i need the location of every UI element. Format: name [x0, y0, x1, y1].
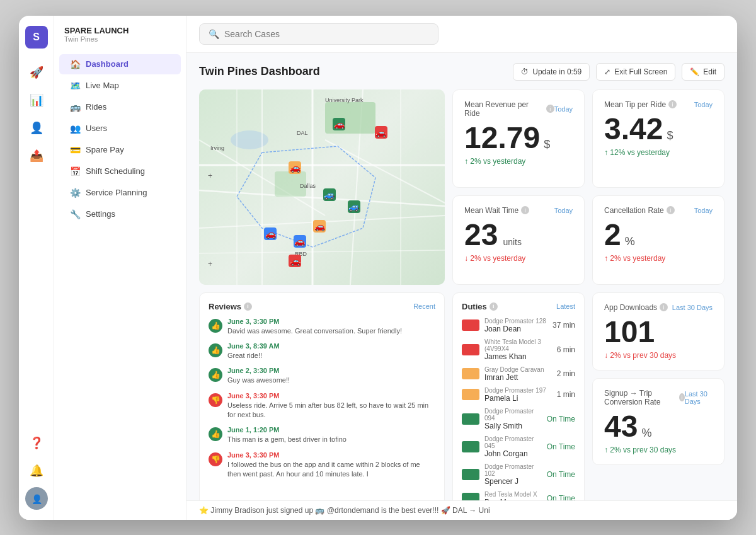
- duty-driver: Sally Smith: [484, 422, 542, 430]
- review-content: June 2, 3:30 PM Guy was awesome!!: [227, 367, 290, 385]
- edit-icon: ✏️: [690, 67, 699, 76]
- nav-bell-icon[interactable]: 🔔: [25, 459, 48, 482]
- nav-send-icon[interactable]: 📤: [25, 144, 48, 167]
- metric-downloads-card: App Downloads i Last 30 Days 101 ↓ 2% vs…: [592, 292, 724, 371]
- review-date: June 2, 3:30 PM: [227, 367, 290, 374]
- metric-cancel-change: ↑ 2% vs yesterday: [604, 254, 713, 263]
- main-sidebar: SPARE LAUNCH Twin Pines 🏠Dashboard🗺️Live…: [54, 16, 186, 520]
- map-zoom-in-icon[interactable]: +: [208, 171, 212, 180]
- duty-info: Dodge Promaster 045 John Corgan: [484, 435, 542, 458]
- nav-help-icon[interactable]: ❓: [25, 432, 48, 454]
- metric-conversion-card: Signup → Trip Conversion Rate i Last 30 …: [592, 378, 724, 465]
- sidebar-nav-label: Rides: [86, 102, 106, 112]
- duty-item: Red Tesla Model X Ben Morgan On Time: [462, 491, 575, 500]
- duty-color-indicator: [462, 319, 479, 331]
- sidebar-nav-icon: 🏠: [69, 59, 81, 69]
- duty-time: 2 min: [557, 369, 575, 378]
- duties-info-icon[interactable]: i: [490, 302, 498, 311]
- sidebar-nav-label: Spare Pay: [86, 145, 124, 154]
- duty-color-indicator: [462, 469, 479, 480]
- duty-time: 37 min: [553, 321, 575, 330]
- duty-info: White Tesla Model 3 (4V99X4 James Khan: [484, 338, 552, 361]
- metric-cancel-info-icon[interactable]: i: [667, 206, 675, 214]
- edit-button[interactable]: ✏️ Edit: [682, 63, 724, 81]
- duty-driver: Imran Jett: [484, 373, 552, 382]
- metric-tip-period: Today: [694, 101, 713, 108]
- user-avatar[interactable]: 👤: [25, 487, 48, 510]
- metric-downloads-info-icon[interactable]: i: [660, 303, 668, 311]
- review-date: June 3, 3:30 PM: [227, 318, 402, 325]
- metric-tip-value: 3.42: [604, 114, 663, 144]
- metric-revenue-period: Today: [554, 105, 573, 113]
- duty-vehicle: Dodge Promaster 094: [484, 408, 542, 422]
- metric-conversion-period: Last 30 Days: [685, 390, 713, 405]
- sidebar-item-service-planning[interactable]: ⚙️Service Planning: [59, 183, 181, 203]
- sidebar-nav-icon: 👥: [69, 124, 81, 134]
- top-bar: 🔍: [186, 16, 737, 53]
- duty-item: White Tesla Model 3 (4V99X4 James Khan 6…: [462, 338, 575, 361]
- search-box[interactable]: 🔍: [199, 23, 438, 45]
- org-name: SPARE LAUNCH: [64, 26, 176, 35]
- sidebar-item-live-map[interactable]: 🗺️Live Map: [59, 76, 181, 96]
- update-button[interactable]: ⏱ Update in 0:59: [513, 63, 590, 81]
- header-actions: ⏱ Update in 0:59 ⤢ Exit Full Screen ✏️ E…: [513, 63, 724, 81]
- sidebar-item-shift-scheduling[interactable]: 📅Shift Scheduling: [59, 161, 181, 181]
- map-label-irving: Irving: [210, 145, 224, 151]
- duties-sub: Latest: [556, 302, 575, 310]
- svg-text:👤: 👤: [31, 494, 42, 505]
- sidebar-item-rides[interactable]: 🚌Rides: [59, 97, 181, 117]
- duty-info: Gray Dodge Caravan Imran Jett: [484, 366, 552, 382]
- metric-tip-change: ↑ 12% vs yesterday: [604, 148, 713, 157]
- car-marker-6: 🚗: [313, 220, 326, 233]
- nav-person-icon[interactable]: 👤: [25, 117, 48, 139]
- review-thumb-down-icon: 👎: [209, 452, 222, 466]
- sidebar-item-dashboard[interactable]: 🏠Dashboard: [59, 54, 181, 74]
- search-input[interactable]: [224, 29, 429, 39]
- car-marker-7: 🚗: [264, 227, 277, 240]
- metric-revenue-change: ↑ 2% vs yesterday: [464, 157, 573, 166]
- review-item: 👎 June 3, 3:30 PM Useless ride. Arrive 5…: [209, 392, 435, 420]
- ticker-bar: ⭐ Jimmy Bradison just signed up 🚌 @drton…: [186, 500, 737, 520]
- nav-chart-icon[interactable]: 📊: [25, 89, 48, 112]
- duty-color-indicator: [462, 413, 479, 425]
- car-marker-3: 🚗: [289, 161, 301, 174]
- nav-dashboard-icon[interactable]: 🚀: [25, 61, 48, 84]
- review-text: Great ride!!: [227, 351, 280, 360]
- metric-tip-info-icon[interactable]: i: [668, 100, 677, 108]
- sidebar-nav: 🏠Dashboard🗺️Live Map🚌Rides👥Users💳Spare P…: [54, 54, 186, 224]
- metric-cancel-value: 2: [604, 220, 621, 250]
- sidebar-nav-label: Settings: [86, 209, 115, 219]
- metric-revenue-info-icon[interactable]: i: [546, 105, 554, 113]
- main-grid: University Park Irving DAL Dallas RBD + …: [199, 89, 724, 285]
- exit-fullscreen-button[interactable]: ⤢ Exit Full Screen: [596, 63, 675, 81]
- review-item: 👍 June 3, 3:30 PM David was awesome. Gre…: [209, 318, 435, 336]
- map-label-dal: DAL: [297, 130, 308, 136]
- duty-driver: Joan Dean: [484, 325, 547, 333]
- metric-wait-period: Today: [554, 207, 573, 214]
- metric-downloads-period: Last 30 Days: [672, 304, 713, 311]
- sidebar-nav-label: Live Map: [86, 81, 119, 90]
- metric-cancel-period: Today: [694, 207, 713, 214]
- metric-revenue-unit: $: [544, 138, 550, 151]
- sidebar-item-spare-pay[interactable]: 💳Spare Pay: [59, 140, 181, 160]
- duties-panel: Duties i Latest Dodge Promaster 128 Joan…: [452, 292, 585, 500]
- sidebar-nav-icon: 🗺️: [69, 81, 81, 91]
- sidebar-item-settings[interactable]: 🔧Settings: [59, 204, 181, 224]
- duty-info: Red Tesla Model X Ben Morgan: [484, 491, 542, 500]
- duty-item: Dodge Promaster 094 Sally Smith On Time: [462, 408, 575, 430]
- sidebar-nav-label: Dashboard: [86, 59, 129, 69]
- metric-wait-info-icon[interactable]: i: [521, 206, 529, 214]
- sidebar-item-users[interactable]: 👥Users: [59, 118, 181, 139]
- review-text: Guy was awesome!!: [227, 376, 290, 385]
- map-zoom-plus-icon[interactable]: +: [208, 260, 212, 268]
- review-date: June 3, 3:30 PM: [227, 392, 435, 400]
- map-panel: University Park Irving DAL Dallas RBD + …: [199, 89, 445, 285]
- reviews-info-icon[interactable]: i: [244, 302, 252, 311]
- review-thumb-up-icon: 👍: [209, 368, 222, 382]
- sidebar-nav-label: Shift Scheduling: [86, 166, 145, 176]
- car-marker-5: 🚙: [348, 200, 360, 213]
- review-item: 👍 June 1, 1:20 PM This man is a gem, bes…: [209, 426, 435, 444]
- content-area: 🔍 Twin Pines Dashboard ⏱ Update in 0:59 …: [186, 16, 737, 520]
- clock-icon: ⏱: [521, 67, 529, 76]
- metric-conversion-info-icon[interactable]: i: [679, 393, 685, 401]
